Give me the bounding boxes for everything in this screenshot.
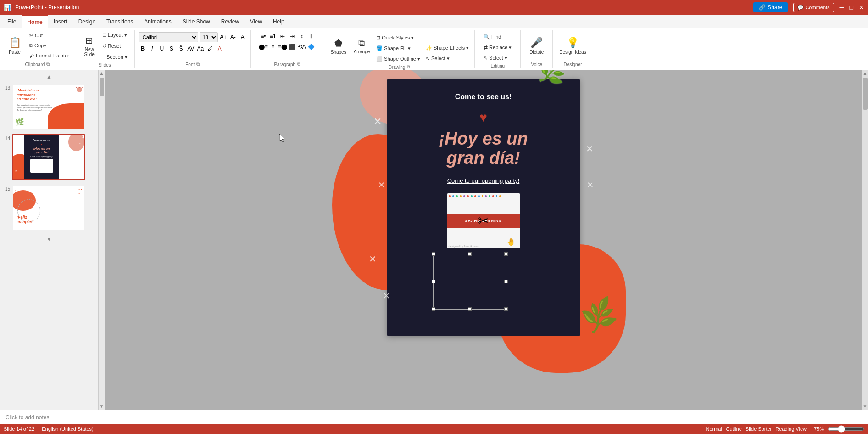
paste-button[interactable]: 📋 Paste [4, 32, 26, 59]
tab-transitions[interactable]: Transitions [101, 15, 139, 28]
panel-scroll-up[interactable]: ▲ [2, 73, 96, 80]
font-name-select[interactable]: Calibri [139, 32, 198, 42]
view-normal-button[interactable]: Normal [706, 426, 722, 432]
view-reading-button[interactable]: Reading View [775, 426, 807, 432]
tab-animations[interactable]: Animations [139, 15, 177, 28]
slide-img-14[interactable]: Come to see us! ♥ ¡Hoy es ungran día! Co… [12, 134, 85, 180]
view-outline-button[interactable]: Outline [726, 426, 742, 432]
handle-tc[interactable] [468, 252, 472, 256]
tab-file[interactable]: File [2, 15, 22, 28]
handle-ml[interactable] [432, 280, 435, 283]
drawing-expand-icon[interactable]: ⧉ [407, 64, 410, 70]
justify-button[interactable]: ⬛ [288, 43, 296, 51]
handle-bc[interactable] [468, 307, 472, 311]
arrange-button[interactable]: ⧉ Arrange [351, 32, 373, 60]
ribbon: 📋 Paste ✂ Cut ⧉ Copy 🖌 Format Painter C [0, 28, 868, 70]
shape-outline-button[interactable]: ⬜ Shape Outline ▾ [374, 54, 422, 63]
smart-art-button[interactable]: 🔷 [307, 43, 316, 51]
new-slide-button[interactable]: ⊞ NewSlide [80, 32, 99, 60]
slide-img-15[interactable]: • • • • • ¡Felizcumple! [12, 185, 85, 231]
slide-img-13[interactable]: ¡Muchísimasfelicidadesen este día! Que s… [12, 84, 85, 130]
canvas-area[interactable]: 🌿 🌿 ✕ ✕ ✕ ✕ ✕ ✕ Come to see us! ♥ [105, 70, 862, 410]
text-shadow-button[interactable]: S̈ [177, 45, 185, 53]
char-spacing-button[interactable]: AV [187, 45, 195, 53]
italic-button[interactable]: I [148, 45, 156, 53]
comments-button[interactable]: 💬 Comments [793, 3, 834, 12]
quick-styles-button[interactable]: ⊡ Quick Styles ▾ [374, 33, 422, 42]
shape-effects-button[interactable]: ✨ Shape Effects ▾ [424, 43, 471, 52]
underline-button[interactable]: U [158, 45, 166, 53]
panel-scroll-down[interactable]: ▼ [2, 236, 96, 242]
tab-help[interactable]: Help [267, 15, 290, 28]
clear-format-button[interactable]: Ā [239, 33, 247, 41]
format-painter-button[interactable]: 🖌 Format Painter [28, 51, 71, 60]
clipboard-expand-icon[interactable]: ⧉ [46, 62, 50, 67]
bullets-button[interactable]: ≡• [259, 32, 267, 40]
slide-panel[interactable]: ▲ 13 ¡Muchísimasfelicidadesen este día! … [0, 70, 99, 410]
numbering-button[interactable]: ≡1 [269, 32, 277, 40]
notes-bar[interactable]: Click to add notes [0, 410, 868, 424]
handle-mr[interactable] [504, 280, 508, 283]
canvas-scroll-up-btn[interactable]: ▲ [862, 70, 868, 77]
handle-tr[interactable] [504, 252, 508, 256]
slide-thumbnail-15[interactable]: 15 • • • • • ¡Felizcumple! [2, 184, 96, 231]
shapes-button[interactable]: ⬟ Shapes [328, 32, 349, 60]
dictate-button[interactable]: 🎤 Dictate [527, 32, 546, 60]
tab-review[interactable]: Review [216, 15, 245, 28]
scrollbar-down-btn[interactable]: ▼ [99, 403, 105, 410]
select-drawing-button[interactable]: ↖ Select ▾ [424, 54, 471, 63]
tab-home[interactable]: Home [22, 15, 48, 28]
cut-button[interactable]: ✂ Cut [28, 31, 71, 40]
bold-button[interactable]: B [139, 45, 147, 53]
zoom-slider[interactable] [828, 425, 864, 433]
share-button[interactable]: 🔗 Share [753, 2, 788, 12]
font-size-select[interactable]: 18 [200, 32, 218, 42]
handle-br[interactable] [504, 307, 508, 311]
change-case-button[interactable]: Aa [196, 45, 205, 53]
paragraph-expand-icon[interactable]: ⧉ [297, 62, 300, 67]
tab-insert[interactable]: Insert [48, 15, 73, 28]
maximize-button[interactable]: □ [850, 4, 853, 11]
view-sorter-button[interactable]: Slide Sorter [746, 426, 772, 432]
align-left-button[interactable]: ⬤≡ [259, 43, 267, 51]
line-spacing-button[interactable]: ↕ [298, 32, 306, 40]
increase-indent-button[interactable]: ⇥ [288, 32, 296, 40]
select-editing-button[interactable]: ↖ Select ▾ [482, 53, 513, 62]
canvas-scroll-thumb[interactable] [863, 78, 868, 110]
canvas-scrollbar[interactable]: ▲ ▼ [862, 70, 868, 410]
increase-font-button[interactable]: A+ [219, 33, 228, 41]
copy-button[interactable]: ⧉ Copy [28, 41, 71, 50]
main-slide-canvas[interactable]: 🌿 🌿 ✕ ✕ ✕ ✕ ✕ ✕ Come to see us! ♥ [387, 79, 580, 336]
decrease-font-button[interactable]: A- [229, 33, 237, 41]
scrollbar-up-btn[interactable]: ▲ [99, 70, 105, 77]
design-ideas-button[interactable]: 💡 Design Ideas [556, 32, 589, 60]
slide-panel-scrollbar[interactable]: ▲ ▼ [99, 70, 105, 410]
tab-slideshow[interactable]: Slide Show [177, 15, 216, 28]
highlight-button[interactable]: 🖊 [206, 45, 214, 53]
tab-view[interactable]: View [245, 15, 267, 28]
section-button[interactable]: ≡ Section ▾ [100, 52, 129, 62]
font-expand-icon[interactable]: ⧉ [196, 62, 200, 67]
minimize-button[interactable]: ─ [840, 4, 844, 11]
close-button[interactable]: ✕ [859, 4, 864, 11]
share-icon: 🔗 [759, 4, 766, 11]
reset-button[interactable]: ↺ Reset [100, 41, 129, 51]
canvas-scroll-down-btn[interactable]: ▼ [862, 403, 868, 410]
find-button[interactable]: 🔍 Find [482, 32, 513, 41]
handle-tl[interactable] [432, 252, 435, 256]
slide-thumbnail-13[interactable]: 13 ¡Muchísimasfelicidadesen este día! Qu… [2, 83, 96, 130]
tab-design[interactable]: Design [73, 15, 101, 28]
slide-thumbnail-14[interactable]: 14 Come to see us! ♥ ¡Hoy es ungran día!… [2, 133, 96, 181]
align-right-button[interactable]: ≡⬤ [278, 43, 287, 51]
shape-fill-button[interactable]: 🪣 Shape Fill ▾ [374, 44, 422, 53]
decrease-indent-button[interactable]: ⇤ [278, 32, 287, 40]
columns-button[interactable]: ⫴ [307, 32, 316, 40]
font-color-button[interactable]: A [216, 45, 224, 53]
text-direction-button[interactable]: ⟲A [298, 43, 306, 51]
align-center-button[interactable]: ≡ [269, 43, 277, 51]
handle-bl[interactable] [432, 307, 435, 311]
scrollbar-thumb[interactable] [100, 78, 104, 96]
strikethrough-button[interactable]: S [167, 45, 176, 53]
replace-button[interactable]: ⇄ Replace ▾ [482, 43, 513, 52]
layout-button[interactable]: ⊟ Layout ▾ [100, 30, 129, 39]
